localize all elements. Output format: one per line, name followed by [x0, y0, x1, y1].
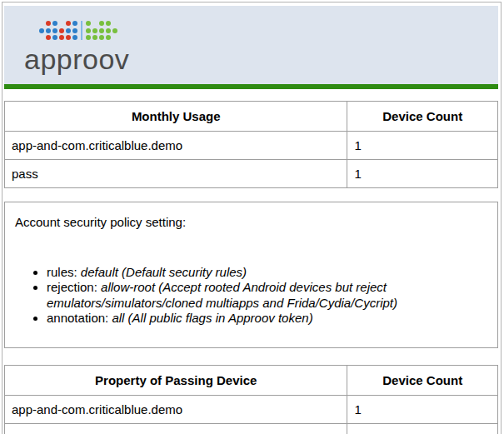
logo-dots-right-icon	[86, 21, 121, 41]
device-count-header: Device Count	[347, 102, 498, 132]
header-banner: approov	[4, 6, 498, 89]
usage-name-cell: app-and-com.criticalblue.demo	[5, 132, 347, 160]
policy-item-rules: rules: default (Default security rules)	[47, 265, 487, 280]
logo-dots-left-icon	[39, 21, 79, 41]
policy-label: rules:	[47, 265, 81, 279]
logo-divider-bar	[81, 21, 82, 40]
usage-count-cell: 1	[347, 160, 498, 188]
brand-wordmark: approov	[24, 45, 498, 73]
approov-logo	[39, 21, 498, 41]
table-row: app-and-com.criticalblue.demo 1	[5, 132, 498, 160]
usage-name-cell: pass	[5, 160, 347, 188]
monthly-usage-header: Monthly Usage	[5, 102, 347, 132]
table-row: app-and-com.criticalblue.demo 1	[5, 396, 498, 424]
device-count-header: Device Count	[347, 366, 498, 396]
table-row: pass 1	[5, 160, 498, 188]
usage-count-cell: 1	[347, 132, 498, 160]
monthly-usage-table: Monthly Usage Device Count app-and-com.c…	[4, 101, 498, 188]
device-count-cell: 1	[347, 396, 498, 424]
passing-device-table: Property of Passing Device Device Count …	[4, 365, 498, 434]
policy-list: rules: default (Default security rules) …	[15, 265, 487, 326]
policy-label: annotation:	[47, 311, 112, 325]
policy-value: all (All public flags in Approov token)	[112, 311, 312, 325]
policy-item-rejection: rejection: allow-root (Accept rooted And…	[47, 280, 487, 311]
policy-label: rejection:	[47, 280, 101, 294]
device-name-cell: app-and-com.criticalblue.demo	[5, 396, 347, 424]
report-page: approov Monthly Usage Device Count app-a…	[2, 2, 502, 434]
policy-intro: Account security policy setting:	[15, 215, 487, 230]
device-name-cell	[5, 424, 347, 434]
passing-device-header-row: Property of Passing Device Device Count	[5, 366, 498, 396]
security-policy-box: Account security policy setting: rules: …	[4, 202, 498, 348]
table-row-partial	[5, 424, 498, 434]
policy-value: default (Default security rules)	[81, 265, 247, 279]
passing-device-header: Property of Passing Device	[5, 366, 347, 396]
monthly-usage-header-row: Monthly Usage Device Count	[5, 102, 498, 132]
device-count-cell	[347, 424, 498, 434]
policy-item-annotation: annotation: all (All public flags in App…	[47, 311, 487, 326]
